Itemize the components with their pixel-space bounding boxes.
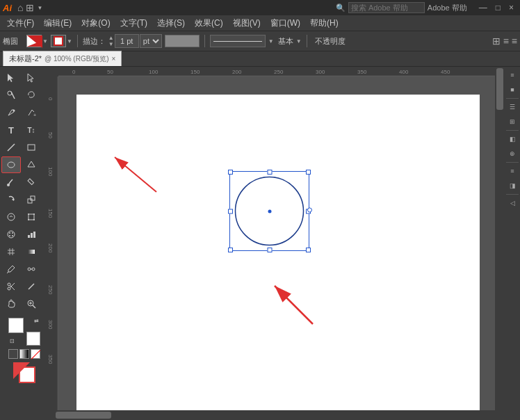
handle-top-center[interactable]	[267, 170, 272, 175]
menu-object[interactable]: 对象(O)	[77, 16, 114, 31]
stroke-unit-select[interactable]: pt	[140, 34, 162, 48]
document-tab[interactable]: 未标题-2* @ 100% (RGB/预览) ×	[3, 51, 122, 66]
hand-tool[interactable]	[1, 296, 21, 312]
workspace-chevron[interactable]: ▼	[37, 5, 42, 11]
ellipse-tool[interactable]	[1, 156, 21, 173]
vertical-type-tool[interactable]: T↕	[22, 122, 41, 138]
handle-bottom-center[interactable]	[267, 248, 272, 252]
eyedropper-tool[interactable]	[1, 261, 21, 277]
color-swatch[interactable]	[165, 35, 200, 47]
polygon-tool[interactable]	[22, 156, 41, 173]
scale-tool[interactable]	[22, 191, 41, 208]
tab-close-button[interactable]: ×	[111, 55, 115, 63]
fill-control[interactable]: ▼	[26, 35, 48, 47]
arc-handle[interactable]	[307, 207, 312, 212]
close-button[interactable]: ×	[505, 3, 517, 13]
rp-pathfinder[interactable]: ◨	[505, 179, 519, 193]
grid-arrange-icon[interactable]: ⊞	[492, 35, 501, 47]
line-tool[interactable]	[1, 139, 21, 156]
reset-colors-icon[interactable]: ⊡	[10, 338, 15, 344]
handle-top-right[interactable]	[306, 170, 311, 175]
foreground-color-box[interactable]	[8, 318, 24, 333]
rp-color[interactable]: ■	[505, 83, 519, 97]
paintbrush-tool[interactable]	[1, 174, 21, 191]
handle-bottom-left[interactable]	[228, 248, 233, 252]
stroke-spinners[interactable]: ▲ ▼	[108, 35, 114, 47]
mesh-tool[interactable]	[1, 243, 21, 260]
scissors-tool[interactable]	[1, 278, 21, 295]
tool-row-scissors	[1, 278, 47, 295]
svg-text:150: 150	[190, 69, 200, 75]
rp-links[interactable]: ⊞	[505, 115, 519, 129]
rp-align[interactable]: ≡	[505, 164, 519, 178]
rect-tool[interactable]	[22, 139, 41, 156]
pencil-tool[interactable]	[22, 174, 41, 191]
fill-chevron[interactable]: ▼	[42, 38, 48, 45]
workspace-icon[interactable]: ⊞	[26, 2, 34, 13]
graph-tool[interactable]	[22, 226, 41, 243]
handle-middle-right[interactable]	[306, 209, 311, 213]
stroke-control[interactable]: ▼	[51, 35, 72, 47]
rp-expand[interactable]: ◁	[505, 196, 519, 210]
menu-help[interactable]: 帮助(H)	[306, 16, 343, 31]
direct-select-tool[interactable]	[22, 70, 41, 86]
stroke-chevron[interactable]: ▼	[67, 38, 72, 45]
maximize-button[interactable]: □	[492, 3, 504, 13]
select-tool[interactable]	[1, 70, 21, 86]
home-icon[interactable]: ⌂	[17, 2, 23, 13]
rp-layers[interactable]: ☰	[505, 100, 519, 114]
warp-tool[interactable]	[1, 209, 21, 225]
gradient-fill-icon[interactable]	[19, 349, 29, 359]
white-canvas[interactable]	[76, 95, 480, 414]
menu-select[interactable]: 选择(S)	[153, 16, 189, 31]
ellipse-shape[interactable]	[234, 175, 305, 247]
vertical-scroll-thumb[interactable]	[496, 68, 503, 110]
lasso-tool[interactable]	[22, 87, 41, 104]
horizontal-scroll-thumb[interactable]	[56, 412, 111, 419]
menu-edit[interactable]: 编辑(E)	[40, 16, 76, 31]
rp-transform[interactable]: ⊕	[505, 147, 519, 161]
symbol-tool[interactable]	[1, 226, 21, 243]
line-style-chevron[interactable]: ▼	[268, 38, 274, 45]
stroke-up[interactable]: ▲	[108, 35, 114, 41]
more-icon[interactable]: ≡	[512, 35, 517, 47]
rotate-tool[interactable]	[1, 191, 21, 208]
stroke-down[interactable]: ▼	[108, 41, 114, 47]
shape-selection[interactable]	[229, 171, 309, 251]
horizontal-scrollbar[interactable]	[49, 410, 495, 420]
fill-icon[interactable]	[26, 35, 42, 47]
stroke-fill-icon[interactable]	[13, 362, 35, 383]
type-tool[interactable]: T	[1, 122, 21, 138]
blend-tool[interactable]	[22, 261, 41, 277]
solid-fill-icon[interactable]	[8, 349, 18, 359]
handle-top-left[interactable]	[228, 170, 233, 175]
menu-window[interactable]: 窗口(W)	[266, 16, 304, 31]
background-color-box[interactable]	[26, 332, 40, 346]
rp-arrange[interactable]: ≡	[505, 68, 519, 82]
none-fill-icon[interactable]	[31, 349, 40, 359]
gradient-tool[interactable]	[22, 243, 41, 260]
menu-view[interactable]: 视图(V)	[229, 16, 265, 31]
zoom-tool[interactable]	[22, 296, 41, 312]
rp-appearance[interactable]: ◧	[505, 132, 519, 146]
align-icon[interactable]: ≡	[503, 35, 509, 47]
menu-file[interactable]: 文件(F)	[3, 16, 38, 31]
stroke-value-input[interactable]: 1 pt	[115, 34, 139, 48]
knife-tool[interactable]	[22, 278, 41, 295]
vertical-scrollbar[interactable]	[495, 67, 505, 410]
search-input[interactable]	[348, 2, 425, 13]
menu-type[interactable]: 文字(T)	[116, 16, 152, 31]
anchor-tool[interactable]: +	[22, 104, 41, 121]
line-style-preview[interactable]	[210, 35, 266, 47]
handle-middle-left[interactable]	[228, 209, 233, 213]
minimize-button[interactable]: —	[476, 3, 491, 13]
stroke-icon[interactable]	[51, 35, 66, 47]
swap-colors-icon[interactable]: ⇄	[34, 318, 39, 324]
free-transform-tool[interactable]	[22, 209, 41, 225]
pen-tool[interactable]	[1, 104, 21, 121]
handle-bottom-right[interactable]	[306, 248, 311, 252]
basic-chevron[interactable]: ▼	[296, 38, 302, 45]
magic-wand-tool[interactable]	[1, 87, 21, 104]
stroke-size-control[interactable]: ▲ ▼ 1 pt pt	[108, 34, 162, 48]
menu-effect[interactable]: 效果(C)	[190, 16, 227, 31]
